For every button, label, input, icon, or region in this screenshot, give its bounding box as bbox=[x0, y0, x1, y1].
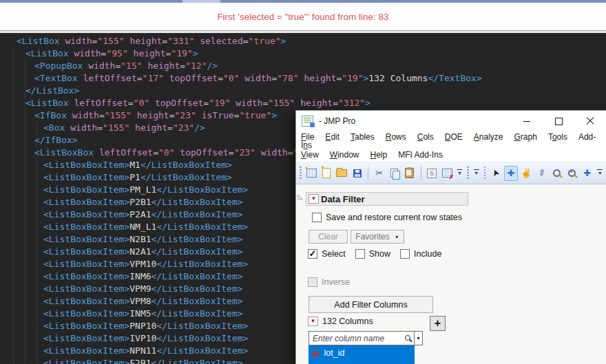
menu-bar: FileEditTablesRowsColsDOEAnalyzeGraphToo… bbox=[296, 131, 606, 162]
add-filter-columns-button[interactable]: Add Filter Columns bbox=[309, 296, 433, 313]
toolbar-overflow-button[interactable]: ▾ bbox=[597, 169, 603, 177]
columns-red-triangle-button[interactable]: ▼ bbox=[308, 317, 318, 326]
hand-tool-glyph: ✌ bbox=[521, 168, 532, 178]
menu-doe[interactable]: DOE bbox=[445, 132, 463, 142]
close-button[interactable] bbox=[574, 111, 606, 131]
cut-icon[interactable]: ✂ bbox=[373, 166, 386, 181]
code-line: <ListBox width="95" height="19"> bbox=[0, 47, 606, 60]
paste-icon[interactable] bbox=[403, 166, 416, 181]
select-tool-glyph: ➤ bbox=[490, 168, 502, 179]
column-list-item[interactable]: lot_id bbox=[309, 345, 415, 360]
plus-tool-icon[interactable]: ✚ bbox=[581, 166, 594, 181]
menu-rows[interactable]: Rows bbox=[386, 132, 406, 142]
menu-cols[interactable]: Cols bbox=[417, 132, 434, 142]
favorites-dropdown[interactable]: Favorites ▼ bbox=[351, 230, 404, 244]
column-list: lot_idwaferWafer (Trial) MT bbox=[309, 345, 415, 364]
code-line: <ListBox leftOffset="0" topOffset="19" w… bbox=[0, 97, 606, 109]
journal-icon[interactable]: S bbox=[425, 166, 438, 181]
row-state-options: Select Show Include bbox=[308, 249, 451, 259]
data-filter-header: ▼ Data Filter bbox=[306, 192, 468, 206]
columns-count-label: 132 Columns bbox=[322, 317, 373, 326]
menu-mfi-add-ins[interactable]: MFI Add-Ins bbox=[398, 150, 443, 160]
message-text: First 'selected = "true"' found from lin… bbox=[217, 12, 388, 22]
new-script-glyph bbox=[322, 168, 331, 178]
toolbar-overflow-button[interactable]: ▾ bbox=[457, 169, 463, 177]
indent-guide bbox=[13, 48, 14, 364]
window-controls bbox=[511, 111, 606, 131]
menu-row-2: ViewWindowHelpMFI Add-Ins bbox=[301, 150, 606, 160]
toolbar-separator bbox=[368, 167, 368, 180]
menu-analyze[interactable]: Analyze bbox=[474, 132, 503, 142]
save-restore-row: Save and restore current row states bbox=[312, 213, 462, 222]
menu-tables[interactable]: Tables bbox=[351, 132, 375, 142]
save-glyph bbox=[353, 169, 362, 178]
column-name: lot_id bbox=[324, 348, 345, 358]
menu-window[interactable]: Window bbox=[330, 150, 359, 160]
column-list-item[interactable]: wafer bbox=[309, 360, 415, 364]
zoom-in-glyph bbox=[568, 169, 576, 177]
disclosure-triangle-icon[interactable]: ◺ bbox=[297, 193, 303, 200]
toolbar-grip[interactable] bbox=[300, 167, 302, 180]
zoom-in-icon[interactable] bbox=[565, 166, 578, 181]
maximize-button[interactable] bbox=[543, 111, 574, 131]
close-icon bbox=[586, 117, 594, 125]
copy-icon[interactable] bbox=[388, 166, 401, 181]
select-tool-icon[interactable]: ➤ bbox=[489, 166, 502, 181]
window-title: - JMP Pro bbox=[319, 116, 355, 126]
menu-row-1: FileEditTablesRowsColsDOEAnalyzeGraphToo… bbox=[301, 132, 606, 150]
search-icon bbox=[405, 335, 410, 341]
paste-glyph bbox=[405, 168, 414, 178]
menu-help[interactable]: Help bbox=[370, 150, 388, 160]
layout-glyph bbox=[442, 169, 452, 178]
new-data-table-icon[interactable] bbox=[305, 166, 318, 181]
column-search-input[interactable] bbox=[309, 331, 415, 345]
column-search bbox=[309, 331, 415, 345]
open-icon[interactable] bbox=[335, 166, 348, 181]
inverse-checkbox[interactable] bbox=[308, 277, 317, 287]
jmp-app-icon bbox=[302, 116, 313, 127]
magnifier-icon[interactable] bbox=[550, 166, 563, 181]
select-label: Select bbox=[322, 249, 346, 259]
menu-view[interactable]: View bbox=[301, 150, 319, 160]
open-glyph bbox=[336, 169, 347, 177]
journal-glyph: S bbox=[427, 169, 437, 178]
show-label: Show bbox=[369, 249, 390, 259]
save-restore-checkbox[interactable] bbox=[312, 213, 322, 222]
data-filter-panel: ◺ ▼ Data Filter Save and restore current… bbox=[296, 184, 606, 364]
hand-tool-icon[interactable]: ✌ bbox=[520, 166, 533, 181]
layout-icon[interactable] bbox=[441, 166, 454, 181]
data-filter-title: Data Filter bbox=[321, 194, 365, 204]
move-tool-glyph: ✚ bbox=[508, 168, 515, 178]
toolbar-grip[interactable] bbox=[467, 167, 469, 180]
chevron-down-icon: ▼ bbox=[395, 235, 399, 239]
include-label: Include bbox=[414, 249, 441, 259]
jmp-window: - JMP Pro FileEditTablesRowsColsDOEAnaly… bbox=[295, 110, 606, 364]
show-checkbox[interactable] bbox=[355, 249, 365, 259]
menu-graph[interactable]: Graph bbox=[514, 132, 537, 142]
toolbar-grip[interactable] bbox=[484, 167, 486, 180]
toolbar: ✂S▾▾➤✚✌✏✚▾ bbox=[296, 162, 606, 184]
brush-tool-icon[interactable]: ✏ bbox=[535, 166, 548, 181]
toolbar-overflow-button[interactable]: ▾ bbox=[474, 169, 479, 177]
nominal-column-icon bbox=[313, 349, 320, 356]
move-tool-icon[interactable]: ✚ bbox=[504, 166, 517, 181]
minimize-button[interactable] bbox=[511, 111, 543, 131]
save-icon[interactable] bbox=[351, 166, 364, 181]
title-bar[interactable]: - JMP Pro bbox=[296, 111, 606, 131]
code-line: <ListBox width="155" height="331" select… bbox=[0, 35, 606, 47]
select-checkbox[interactable] bbox=[308, 249, 317, 259]
search-dropdown-button[interactable]: ▼ bbox=[414, 331, 423, 345]
include-checkbox[interactable] bbox=[400, 249, 410, 259]
inverse-row: Inverse bbox=[308, 277, 350, 287]
clear-button[interactable]: Clear bbox=[309, 230, 348, 244]
minimize-icon bbox=[523, 121, 530, 122]
menu-tools[interactable]: Tools bbox=[548, 132, 567, 142]
add-column-button[interactable]: + bbox=[430, 316, 446, 331]
new-script-icon[interactable] bbox=[320, 166, 333, 181]
brush-tool-glyph: ✏ bbox=[536, 169, 547, 178]
plus-tool-glyph: ✚ bbox=[583, 168, 591, 178]
save-restore-label: Save and restore current row states bbox=[326, 213, 462, 222]
menu-edit[interactable]: Edit bbox=[325, 132, 339, 142]
red-triangle-menu-button[interactable]: ▼ bbox=[309, 194, 319, 204]
cut-glyph: ✂ bbox=[375, 168, 383, 178]
